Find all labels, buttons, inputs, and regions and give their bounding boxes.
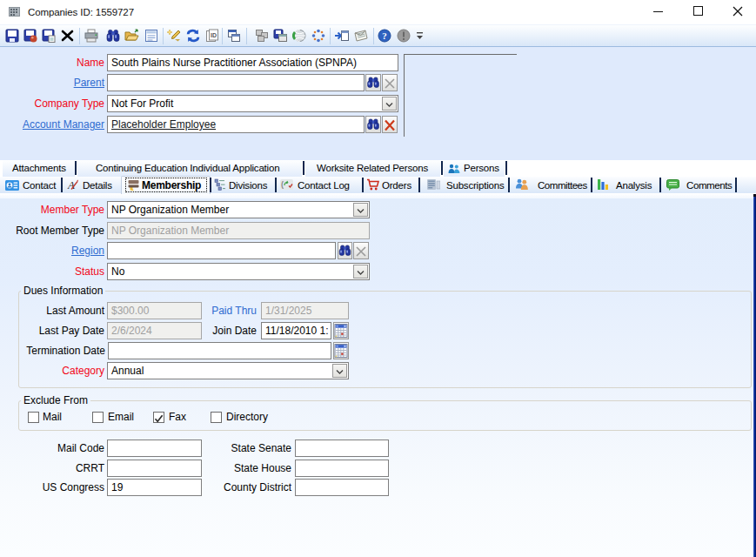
svg-text:(: (	[281, 180, 284, 189]
svg-text:A: A	[67, 178, 75, 191]
svg-text:ID: ID	[211, 32, 217, 38]
svg-text:?: ?	[382, 30, 387, 41]
